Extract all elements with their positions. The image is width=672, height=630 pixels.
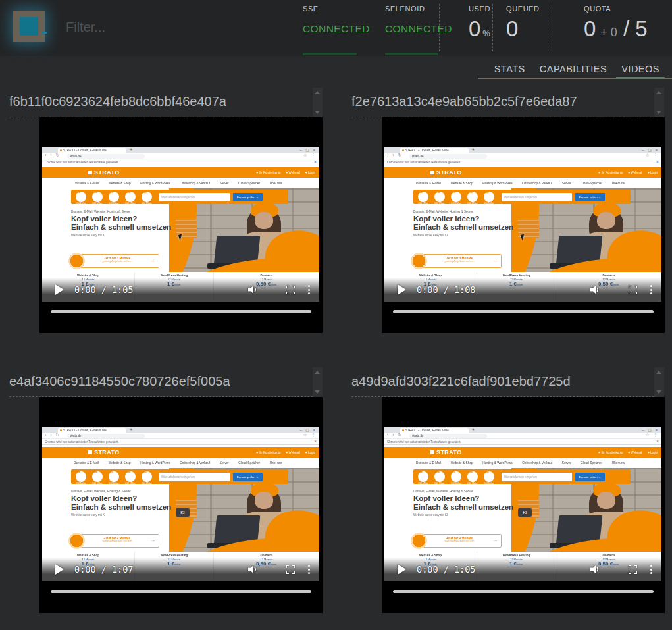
close-icon: × xyxy=(656,159,659,164)
volume-icon[interactable] xyxy=(248,565,259,574)
card-header: f2e7613a13c4e9ab65bb2c5f7e6eda87 xyxy=(351,88,664,117)
strato-header-links: Ihr Kundenkonto Webmail Login xyxy=(203,167,315,178)
scroll-up-icon[interactable] xyxy=(315,91,320,94)
strato-header: STRATO Ihr Kundenkonto Webmail Login xyxy=(384,167,661,178)
hero-headline-1: Kopf voller Ideen? xyxy=(413,494,525,503)
url-text: strato.de xyxy=(412,155,424,158)
tld-circle: .shop 0,50 €/Mon. xyxy=(142,471,152,482)
time-display: 0:00 / 1:07 xyxy=(74,564,133,575)
tab-stats[interactable]: STATS xyxy=(487,64,532,74)
browser-nav-icons: ‹ › ↻ xyxy=(387,153,403,158)
scrollbar[interactable] xyxy=(654,367,664,397)
domain-search-input: Wunschdomain eingeben xyxy=(159,193,230,201)
hero-section: Domain, E-Mail, Website, Hosting & Serve… xyxy=(42,204,319,276)
domain-check-bar: .de 0,50 €/Mon. .com 0,50 €/Mon. .eu 0,5… xyxy=(71,190,288,204)
card-header: f6b11f0c6923624feb8dc6bbf46e407a xyxy=(9,88,323,117)
scroll-down-icon[interactable] xyxy=(315,111,320,114)
scrollbar[interactable] xyxy=(654,88,664,117)
window-controls-icon: – ▢ × xyxy=(642,427,659,432)
hero-headline-1: Kopf voller Ideen? xyxy=(71,215,183,223)
browser-tab-title: STRATO – Domain, E-Mail & We… xyxy=(63,429,109,432)
video-progress-bar[interactable] xyxy=(51,310,311,313)
domain-check-button: Domain prüfen → xyxy=(575,473,605,481)
browser-nav-icons: ‹ › ↻ xyxy=(45,153,61,158)
tab-videos[interactable]: VIDEOS xyxy=(614,64,667,74)
domain-check-bar: .de 0,50 €/Mon. .com 0,50 €/Mon. .eu 0,5… xyxy=(413,469,631,484)
session-id: f2e7613a13c4e9ab65bb2c5f7e6eda87 xyxy=(351,88,664,111)
play-icon[interactable] xyxy=(398,564,406,575)
play-icon[interactable] xyxy=(398,284,406,295)
video-progress-bar[interactable] xyxy=(393,310,654,313)
video-frame: STRATO – Domain, E-Mail & We… + – ▢ × ‹ … xyxy=(42,427,319,581)
domain-check-button: Domain prüfen → xyxy=(575,193,605,201)
scroll-up-icon[interactable] xyxy=(656,371,661,374)
overflow-menu-icon[interactable] xyxy=(650,285,652,294)
scroll-up-icon[interactable] xyxy=(315,371,320,374)
webmail-icon xyxy=(286,452,288,454)
domain-check-bar: .de 0,50 €/Mon. .com 0,50 €/Mon. .eu 0,5… xyxy=(413,190,631,204)
strato-logo: STRATO xyxy=(430,169,462,176)
account-icon xyxy=(257,452,259,454)
stat-selenoid: SELENOID CONNECTED xyxy=(384,0,439,56)
fullscreen-icon[interactable] xyxy=(629,286,637,294)
tld-circle: .info 0,50 €/Mon. xyxy=(125,471,136,482)
play-icon[interactable] xyxy=(55,284,64,295)
hero-subline: Website super easy mit KI xyxy=(71,513,183,519)
video-player[interactable]: STRATO – Domain, E-Mail & We… + – ▢ × ‹ … xyxy=(382,397,665,613)
overflow-menu-icon[interactable] xyxy=(650,565,652,574)
fullscreen-icon[interactable] xyxy=(629,565,637,574)
scrollbar[interactable] xyxy=(313,88,323,117)
video-frame: STRATO – Domain, E-Mail & We… + – ▢ × ‹ … xyxy=(42,147,319,302)
automation-infobar: Chrome wird von automatisierter Testsoft… xyxy=(384,439,661,445)
stat-sse: SSE CONNECTED xyxy=(299,0,384,56)
url-field: strato.de xyxy=(67,434,145,438)
fullscreen-icon[interactable] xyxy=(286,286,295,294)
video-player[interactable]: STRATO – Domain, E-Mail & We… + – ▢ × ‹ … xyxy=(39,117,323,333)
quota-label: QUOTA xyxy=(584,5,648,13)
quota-total: / 5 xyxy=(623,16,648,41)
fullscreen-icon[interactable] xyxy=(286,565,295,574)
video-progress-bar[interactable] xyxy=(393,590,654,593)
sse-label: SSE xyxy=(303,5,384,13)
tld-circle: .eu 0,50 €/Mon. xyxy=(451,192,461,202)
scrollbar[interactable] xyxy=(313,367,323,397)
video-player[interactable]: STRATO – Domain, E-Mail & We… + – ▢ × ‹ … xyxy=(382,117,665,333)
tld-circle: .de 0,50 €/Mon. xyxy=(418,471,428,482)
scroll-up-icon[interactable] xyxy=(656,91,661,94)
filter-input[interactable] xyxy=(66,16,283,38)
volume-icon[interactable] xyxy=(248,285,259,294)
infobar-text: Chrome wird von automatisierter Testsoft… xyxy=(45,161,119,164)
scroll-down-icon[interactable] xyxy=(656,111,661,114)
tld-circle: .info 0,50 €/Mon. xyxy=(125,192,136,202)
tab-capabilities[interactable]: CAPABILITIES xyxy=(532,64,614,74)
scroll-down-icon[interactable] xyxy=(656,390,661,394)
automation-infobar: Chrome wird von automatisierter Testsoft… xyxy=(42,439,319,445)
hero-headline-2: Einfach & schnell umsetzen xyxy=(413,503,525,512)
hero-eyebrow: Domain, E-Mail, Website, Hosting & Serve… xyxy=(413,489,525,494)
overflow-menu-icon[interactable] xyxy=(308,565,310,574)
queued-label: QUEUED xyxy=(506,5,548,13)
browser-addressbar: ‹ › ↻ strato.de ☆ ⋮ xyxy=(42,153,319,159)
video-controls: 0:00 / 1:05 xyxy=(384,558,661,581)
strato-logo: STRATO xyxy=(88,169,120,176)
video-grid: f6b11f0c6923624feb8dc6bbf46e407a STRATO … xyxy=(0,79,672,613)
play-icon[interactable] xyxy=(55,564,64,575)
used-unit: % xyxy=(482,28,490,38)
tld-circle: .com 0,50 €/Mon. xyxy=(434,471,445,482)
strato-logo-icon xyxy=(88,450,92,454)
scroll-down-icon[interactable] xyxy=(315,390,320,394)
hero-section: Domain, E-Mail, Website, Hosting & Serve… xyxy=(384,204,661,276)
volume-icon[interactable] xyxy=(590,565,601,574)
domain-search-input: Wunschdomain eingeben xyxy=(502,473,572,481)
session-id: a49d9afd303f221c6fadf901ebd7725d xyxy=(351,367,664,391)
tld-circle: .info 0,50 €/Mon. xyxy=(467,471,478,482)
discount-badge-icon xyxy=(411,533,427,549)
overflow-menu-icon[interactable] xyxy=(308,285,310,294)
sse-status-bar xyxy=(303,53,357,55)
video-card: f2e7613a13c4e9ab65bb2c5f7e6eda87 STRATO … xyxy=(351,88,664,333)
time-display: 0:00 / 1:05 xyxy=(417,564,475,575)
volume-icon[interactable] xyxy=(590,285,601,294)
video-progress-bar[interactable] xyxy=(51,590,311,593)
video-player[interactable]: STRATO – Domain, E-Mail & We… + – ▢ × ‹ … xyxy=(39,397,323,613)
domain-check-button: Domain prüfen → xyxy=(233,193,263,201)
